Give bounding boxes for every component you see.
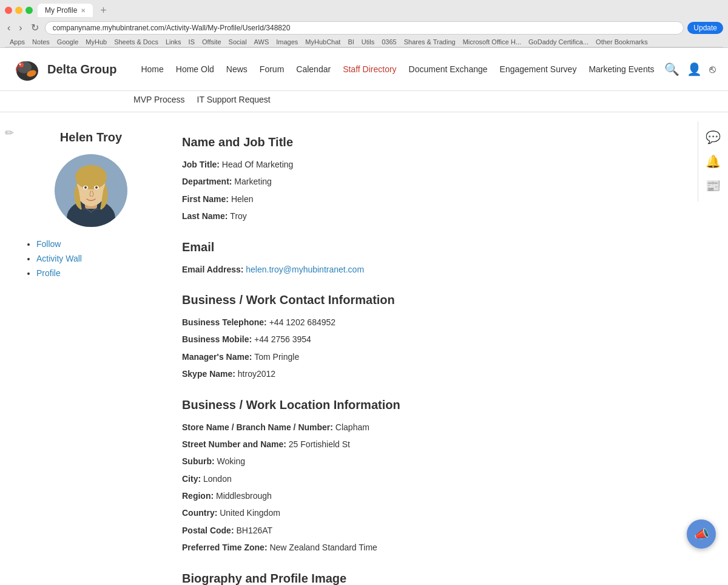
- avatar-image: [55, 154, 127, 227]
- search-button[interactable]: 🔍: [664, 62, 679, 76]
- follow-link[interactable]: Follow: [36, 239, 61, 249]
- first-name-field: First Name: Helen: [182, 192, 704, 206]
- bookmark-utils[interactable]: Utils: [362, 38, 374, 46]
- avatar: [55, 154, 127, 227]
- bookmark-apps[interactable]: Apps: [10, 38, 25, 46]
- profile-link[interactable]: Profile: [36, 268, 61, 278]
- new-tab-button[interactable]: +: [100, 4, 107, 17]
- department-field: Department: Marketing: [182, 175, 704, 188]
- last-name-field: Last Name: Troy: [182, 209, 704, 223]
- activity-wall-link[interactable]: Activity Wall: [36, 254, 82, 263]
- nav-news[interactable]: News: [220, 59, 254, 79]
- bookmark-godaddy-cert[interactable]: GoDaddy Certifica...: [528, 38, 588, 46]
- business-mobile-field: Business Mobile: +44 2756 3954: [182, 333, 704, 346]
- business-mobile-label: Business Mobile:: [182, 334, 254, 344]
- minimize-dot[interactable]: [15, 7, 22, 14]
- department-label: Department:: [182, 177, 234, 186]
- browser-tab[interactable]: My Profile ✕: [38, 4, 93, 17]
- profile-links: Follow Activity Wall Profile: [24, 239, 158, 278]
- business-mobile-value: +44 2756 3954: [254, 334, 311, 344]
- logout-button[interactable]: ⎋: [709, 63, 716, 76]
- bookmark-myhubchat[interactable]: MyHubChat: [305, 38, 340, 46]
- nav-calendar[interactable]: Calendar: [290, 59, 337, 79]
- bookmark-offsite[interactable]: Offsite: [202, 38, 221, 46]
- profile-panel: Helen Troy: [24, 130, 158, 585]
- bookmark-other[interactable]: Other Bookmarks: [596, 38, 648, 46]
- country-label: Country:: [182, 508, 220, 518]
- timezone-value: New Zealand Standard Time: [269, 543, 377, 552]
- country-value: United Kingdom: [220, 508, 280, 518]
- job-title-field: Job Title: Head Of Marketing: [182, 158, 704, 171]
- update-button[interactable]: Update: [687, 22, 723, 34]
- bookmark-google[interactable]: Google: [57, 38, 78, 46]
- edit-button[interactable]: ✏: [5, 126, 14, 140]
- managers-name-value: Tom Pringle: [254, 352, 299, 362]
- profile-name: Helen Troy: [24, 130, 158, 144]
- region-label: Region:: [182, 491, 216, 501]
- browser-nav: ‹ › ↻ companyname.myhubintranet.com/Acti…: [5, 21, 723, 35]
- bookmark-is[interactable]: IS: [189, 38, 195, 46]
- skype-name-field: Skype Name: htroy2012: [182, 367, 704, 380]
- last-name-value: Troy: [230, 211, 246, 221]
- job-title-value: Head Of Marketing: [222, 160, 294, 169]
- nav-mvp-process[interactable]: MVP Process: [127, 92, 191, 107]
- notifications-button[interactable]: 🔔: [702, 150, 724, 172]
- nav-staff-directory[interactable]: Staff Directory: [337, 59, 402, 79]
- left-edit-panel: ✏: [0, 121, 19, 144]
- bookmark-aws[interactable]: AWS: [254, 38, 269, 46]
- reload-button[interactable]: ↻: [29, 21, 41, 35]
- bookmark-sheets[interactable]: Sheets & Docs: [114, 38, 158, 46]
- user-profile-button[interactable]: 👤: [687, 62, 702, 76]
- header: Delta Group Home Home Old News Forum Cal…: [0, 48, 728, 91]
- nav-forum[interactable]: Forum: [254, 59, 290, 79]
- chat-button[interactable]: 💬: [702, 126, 724, 148]
- main-content: Helen Troy: [0, 112, 728, 585]
- bookmark-images[interactable]: Images: [276, 38, 298, 46]
- logo-text: Delta Group: [47, 62, 116, 76]
- secondary-nav: MVP Process IT Support Request: [0, 91, 728, 112]
- logo[interactable]: Delta Group: [12, 54, 116, 84]
- svg-point-13: [95, 186, 98, 189]
- tab-close-icon[interactable]: ✕: [81, 7, 86, 14]
- store-name-value: Clapham: [335, 422, 369, 432]
- street-label: Street Number and Name:: [182, 439, 289, 449]
- forward-button[interactable]: ›: [16, 21, 24, 35]
- browser-dots: [5, 7, 33, 14]
- bookmark-0365[interactable]: 0365: [382, 38, 396, 46]
- business-contact-heading: Business / Work Contact Information: [182, 293, 704, 307]
- close-dot[interactable]: [5, 7, 12, 14]
- city-field: City: London: [182, 472, 704, 485]
- svg-point-9: [75, 165, 107, 189]
- email-heading: Email: [182, 240, 704, 254]
- nav-engagement-survey[interactable]: Engagement Survey: [494, 59, 583, 79]
- skype-name-label: Skype Name:: [182, 369, 238, 379]
- street-field: Street Number and Name: 25 Fortishield S…: [182, 438, 704, 451]
- email-field: Email Address: helen.troy@myhubintranet.…: [182, 263, 704, 276]
- maximize-dot[interactable]: [25, 7, 33, 14]
- fab-button[interactable]: 📣: [687, 519, 716, 549]
- url-bar[interactable]: companyname.myhubintranet.com/Activity-W…: [45, 21, 684, 35]
- browser-chrome: My Profile ✕ + ‹ › ↻ companyname.myhubin…: [0, 0, 728, 48]
- bookmark-notes[interactable]: Notes: [32, 38, 50, 46]
- country-field: Country: United Kingdom: [182, 506, 704, 519]
- right-sidebar: 💬 🔔 📰: [698, 121, 728, 201]
- news-feed-button[interactable]: 📰: [702, 175, 724, 197]
- nav-marketing-events[interactable]: Marketing Events: [582, 59, 660, 79]
- bookmark-links[interactable]: Links: [166, 38, 181, 46]
- back-button[interactable]: ‹: [5, 21, 13, 35]
- department-value: Marketing: [234, 177, 271, 186]
- nav-home-old[interactable]: Home Old: [170, 59, 220, 79]
- bookmark-shares[interactable]: Shares & Trading: [404, 38, 456, 46]
- bookmark-microsoft[interactable]: Microsoft Office H...: [463, 38, 521, 46]
- email-link[interactable]: helen.troy@myhubintranet.com: [246, 265, 364, 274]
- timezone-field: Preferred Time Zone: New Zealand Standar…: [182, 541, 704, 554]
- region-value: Middlesbrough: [216, 491, 272, 501]
- nav-home[interactable]: Home: [135, 59, 169, 79]
- business-telephone-value: +44 1202 684952: [269, 317, 335, 327]
- nav-it-support[interactable]: IT Support Request: [191, 92, 277, 107]
- managers-name-field: Manager's Name: Tom Pringle: [182, 350, 704, 364]
- bookmark-bi[interactable]: BI: [348, 38, 354, 46]
- nav-document-exchange[interactable]: Document Exchange: [403, 59, 494, 79]
- bookmark-myhub[interactable]: MyHub: [86, 38, 107, 46]
- bookmark-social[interactable]: Social: [229, 38, 247, 46]
